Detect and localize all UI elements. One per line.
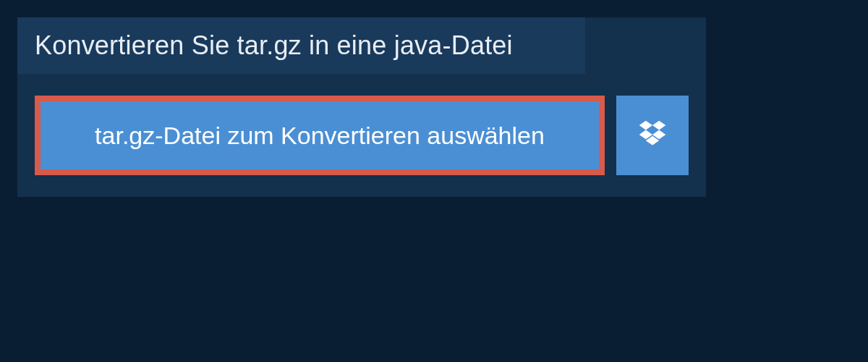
header-bar: Konvertieren Sie tar.gz in eine java-Dat… — [17, 17, 585, 74]
select-file-button[interactable]: tar.gz-Datei zum Konvertieren auswählen — [35, 96, 605, 175]
page-title: Konvertieren Sie tar.gz in eine java-Dat… — [35, 30, 568, 61]
converter-panel: Konvertieren Sie tar.gz in eine java-Dat… — [17, 17, 706, 197]
dropbox-button[interactable] — [616, 96, 689, 175]
dropbox-icon — [637, 118, 668, 153]
select-file-label: tar.gz-Datei zum Konvertieren auswählen — [95, 122, 545, 150]
upload-area: tar.gz-Datei zum Konvertieren auswählen — [17, 74, 706, 197]
